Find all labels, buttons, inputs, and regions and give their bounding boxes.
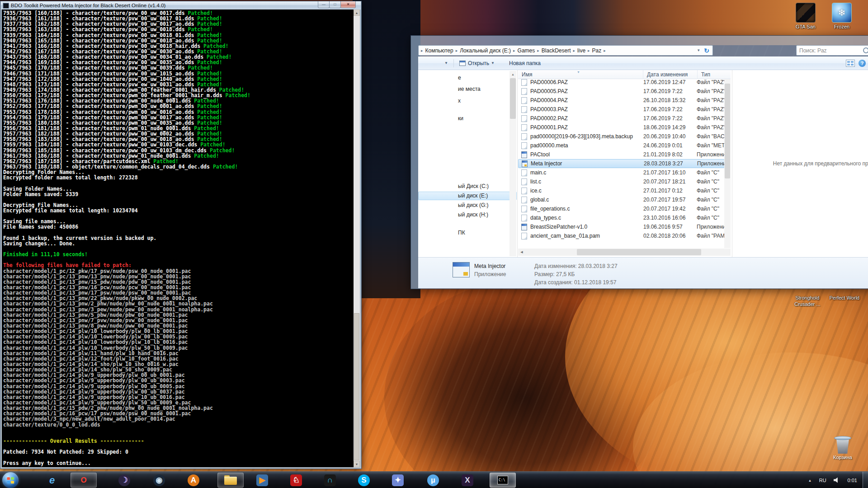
table-row[interactable]: BreastSizePatcher-v1.019.06.2016 9:57При… xyxy=(518,222,731,231)
nav-tree-item[interactable]: ки xyxy=(458,115,463,122)
taskbar-clock[interactable]: 0:01 xyxy=(844,478,863,483)
column-header-date[interactable]: Дата изменения xyxy=(643,70,698,79)
search-input[interactable]: Поиск: Paz xyxy=(796,45,868,56)
console-scrollbar[interactable]: ▲ ▼ xyxy=(354,9,360,467)
breadcrumb-item[interactable]: live xyxy=(576,47,587,54)
table-row[interactable]: ancient_cam_base_01a.pam02.08.2018 20:06… xyxy=(518,231,731,240)
hidden-icons-chevron-icon[interactable]: ▴ xyxy=(804,478,816,483)
table-row[interactable]: PAD00005.PAZ17.06.2019 7:22Файл "PAZ" xyxy=(518,87,731,96)
volume-icon[interactable] xyxy=(834,477,840,483)
table-row[interactable]: PAD00001.PAZ18.06.2019 14:29Файл "PAZ" xyxy=(518,123,731,132)
taskbar-button-discord[interactable]: ✦ xyxy=(385,473,411,488)
desktop-icon-frozen[interactable]: ❄ Frozen xyxy=(825,3,859,30)
nav-tree-item[interactable]: ПК xyxy=(458,230,465,236)
taskbar-button-media-player[interactable]: ▶ xyxy=(249,473,275,488)
console-scrollbar-thumb[interactable] xyxy=(354,313,359,460)
taskbar-button-headset[interactable]: ∩ xyxy=(317,473,343,488)
table-row[interactable]: list.c20.07.2017 18:21Файл "C" xyxy=(518,177,731,186)
desktop-icon-recycle-bin[interactable]: Корзина xyxy=(826,435,860,460)
list-scrollbar-thumb[interactable] xyxy=(725,84,730,178)
start-button[interactable] xyxy=(2,472,19,488)
nav-tree-item[interactable]: ие места xyxy=(458,86,481,92)
table-row[interactable]: PAD00003.PAZ17.06.2019 7:22Файл "PAZ" xyxy=(518,105,731,114)
nav-scrollbar[interactable]: ▲ xyxy=(509,71,516,256)
file-date: 21.07.2017 16:10 xyxy=(643,169,697,176)
address-bar[interactable]: ▸Компьютер▸Локальный диск (E:)▸Games▸Bla… xyxy=(418,45,713,56)
scroll-left-icon[interactable]: ◀ xyxy=(518,249,525,256)
file-name: Meta Injector xyxy=(531,160,644,167)
breadcrumb-item[interactable]: Games xyxy=(516,47,537,54)
taskbar: eO☽◉A▶♘∩S✦µXC:\ ▴ RU 0:01 xyxy=(0,471,868,488)
new-folder-button[interactable]: Новая папка xyxy=(505,58,544,68)
breadcrumb-item[interactable]: Компьютер xyxy=(424,47,455,54)
close-button[interactable]: ✕ xyxy=(340,1,356,8)
table-row[interactable]: data_types.c23.10.2016 16:06Файл "C" xyxy=(518,213,731,222)
file-type: Файл "C" xyxy=(697,188,719,194)
nav-tree-item[interactable]: ый диск (G:) xyxy=(458,202,489,208)
table-row[interactable]: global.c20.07.2017 19:57Файл "C" xyxy=(518,195,731,204)
nav-scrollbar-thumb[interactable] xyxy=(510,78,516,119)
column-header-name[interactable]: Имя xyxy=(518,70,643,79)
change-view-icon[interactable] xyxy=(846,60,855,67)
nav-tree-item[interactable]: ый диск (H:) xyxy=(458,211,488,218)
search-placeholder: Поиск: Paz xyxy=(799,47,863,54)
list-horizontal-scrollbar[interactable]: ◀ ▶ xyxy=(518,249,731,256)
nav-tree-item[interactable]: ый Диск (С:) xyxy=(458,183,489,189)
table-row[interactable]: PAD00002.PAZ17.06.2019 7:22Файл "PAZ" xyxy=(518,114,731,123)
table-row[interactable]: file_operations.c20.07.2017 19:42Файл "C… xyxy=(518,204,731,213)
taskbar-button-x-app[interactable]: X xyxy=(454,473,481,488)
file-type: Файл "PAZ" xyxy=(697,106,726,113)
minimize-button[interactable]: — xyxy=(318,1,330,8)
table-row[interactable]: pad00000[2019-06-23][1093].meta.backup20… xyxy=(518,132,731,141)
scroll-down-icon[interactable]: ▼ xyxy=(354,461,360,467)
taskbar-button-aimp[interactable]: A xyxy=(180,473,207,488)
file-type: Файл "C" xyxy=(697,169,719,176)
taskbar-button-steam[interactable]: ◉ xyxy=(146,473,172,488)
taskbar-button-zona[interactable]: ♘ xyxy=(283,473,309,488)
taskbar-button-opera[interactable]: O xyxy=(71,473,97,488)
nav-tree-item[interactable]: ый диск (E:) xyxy=(458,192,488,199)
table-row[interactable]: PACtool21.01.2019 8:02Приложени xyxy=(518,150,731,159)
language-indicator[interactable]: RU xyxy=(816,478,830,483)
table-row[interactable]: pad00000.meta24.06.2019 0:01Файл "MET xyxy=(518,141,731,150)
address-dropdown-icon[interactable]: ▼ xyxy=(694,48,703,52)
desktop-icon-gta-san[interactable]: GTA San xyxy=(788,3,823,30)
table-row[interactable]: main.c21.07.2017 16:10Файл "C" xyxy=(518,168,731,177)
nav-tree-item[interactable]: е xyxy=(458,75,461,81)
column-header-type[interactable]: Тип xyxy=(698,70,731,79)
list-vertical-scrollbar[interactable] xyxy=(724,79,731,248)
breadcrumb-item[interactable]: BlackDesert xyxy=(540,47,573,54)
taskbar-button-internet-explorer[interactable]: e xyxy=(39,473,65,488)
preview-empty-text: Нет данных для предварительного просмотр xyxy=(773,160,868,167)
file-icon xyxy=(521,124,527,131)
taskbar-button-explorer-folder[interactable] xyxy=(217,473,244,488)
file-type: Приложени xyxy=(697,151,726,158)
internet-explorer-icon: e xyxy=(46,474,58,486)
taskbar-button-utorrent[interactable]: µ xyxy=(420,473,446,488)
console-line: 7945/7963 [170/188] - character/texture/… xyxy=(3,65,353,70)
horizontal-scrollbar-thumb[interactable] xyxy=(577,249,701,255)
show-desktop-button[interactable] xyxy=(863,472,868,488)
scroll-up-icon[interactable]: ▲ xyxy=(354,9,360,16)
console-titlebar[interactable]: BDO Toolkit Powered Meta Injector for Bl… xyxy=(1,1,361,9)
file-date: 27.01.2017 0:12 xyxy=(643,188,697,194)
open-button[interactable]: Открыть ▼ xyxy=(456,58,498,68)
desktop-icon-label-perfect-world[interactable]: Perfect World xyxy=(820,295,868,301)
nav-tree-item[interactable]: х xyxy=(458,98,461,104)
breadcrumb-item[interactable]: Локальный диск (E:) xyxy=(458,47,513,54)
scroll-up-icon[interactable]: ▲ xyxy=(509,71,516,78)
taskbar-button-tor-browser[interactable]: ☽ xyxy=(111,473,137,488)
table-row[interactable]: ice.c27.01.2017 0:12Файл "C" xyxy=(518,186,731,195)
help-icon[interactable]: ? xyxy=(859,60,866,67)
table-row[interactable]: PAD00004.PAZ26.10.2018 15:32Файл "PAZ" xyxy=(518,96,731,105)
breadcrumb-item[interactable]: Paz xyxy=(590,47,604,54)
address-row: ▸Компьютер▸Локальный диск (E:)▸Games▸Bla… xyxy=(418,45,868,56)
table-row[interactable]: PAD00006.PAZ17.06.2019 12:47Файл "PAZ" xyxy=(518,78,731,87)
file-name: PAD00004.PAZ xyxy=(530,97,643,103)
taskbar-button-console-app[interactable]: C:\ xyxy=(490,473,516,488)
refresh-icon[interactable]: ↻ xyxy=(703,47,712,54)
table-row[interactable]: Meta Injector28.03.2018 3:27Приложени xyxy=(518,159,731,168)
organize-dropdown-button[interactable]: ▼ xyxy=(439,59,452,67)
maximize-button[interactable]: □ xyxy=(329,1,341,8)
taskbar-button-skype[interactable]: S xyxy=(351,473,377,488)
